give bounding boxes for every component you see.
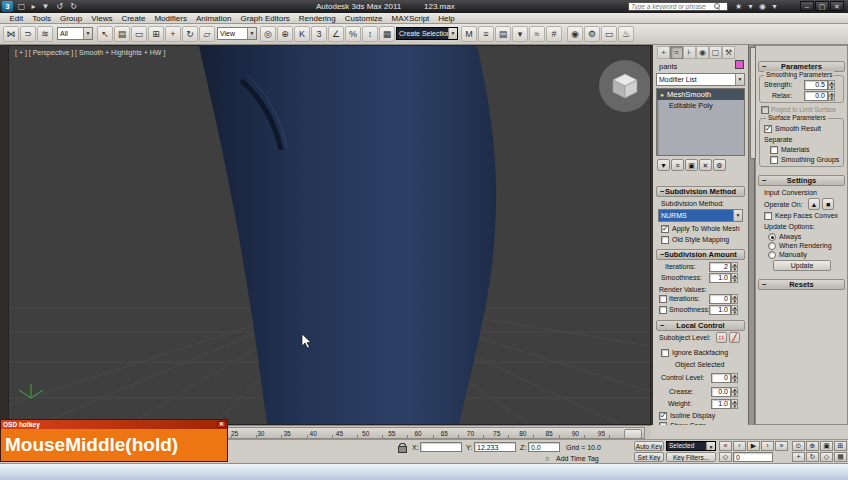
menu-create[interactable]: Create — [117, 14, 150, 23]
strength-spinner[interactable]: 0.5 — [804, 80, 835, 90]
ignore-backfacing-checkbox[interactable] — [661, 349, 669, 357]
spin-down-icon[interactable] — [828, 85, 835, 90]
viewport-label[interactable]: [ + ] [ Perspective ] [ Smooth + Highlig… — [15, 49, 165, 56]
undo-icon[interactable]: ↺ — [54, 1, 65, 12]
operate-on-triangles-icon[interactable]: ▲ — [808, 198, 820, 210]
collapse-icon[interactable] — [762, 62, 766, 71]
modifier-list-dropdown[interactable]: Modifier List — [656, 73, 745, 86]
select-and-rotate-icon[interactable]: ↻ — [182, 26, 198, 42]
help-menu-icon[interactable]: ▾ — [769, 1, 780, 12]
update-manually-radio[interactable] — [768, 251, 776, 259]
previous-frame-icon[interactable]: ‹ — [733, 441, 746, 451]
percent-snap-icon[interactable]: % — [345, 26, 361, 42]
pants-model[interactable] — [199, 46, 496, 424]
spin-down-icon[interactable] — [731, 267, 738, 272]
snaps-toggle-icon[interactable]: 3 — [311, 26, 327, 42]
z-coord-field[interactable] — [528, 442, 560, 452]
menu-help[interactable]: Help — [434, 14, 459, 23]
menu-edit[interactable]: Edit — [5, 14, 28, 23]
collapse-icon[interactable] — [762, 280, 766, 289]
remove-modifier-icon[interactable]: ✕ — [699, 159, 712, 171]
bind-to-space-warp-icon[interactable]: ≋ — [37, 26, 53, 42]
menu-rendering[interactable]: Rendering — [294, 14, 340, 23]
spin-down-icon[interactable] — [731, 392, 738, 397]
rollout-resets[interactable]: Resets — [758, 279, 845, 290]
rendered-frame-window-icon[interactable]: ▭ — [601, 26, 617, 42]
zoom-extents-all-icon[interactable]: ⊞ — [834, 441, 847, 451]
subobject-vertex-icon[interactable]: ∷ — [716, 332, 727, 343]
keep-faces-convex-checkbox[interactable] — [764, 212, 772, 220]
weight-spinner[interactable]: 1.0 — [711, 399, 738, 409]
x-coord-field[interactable] — [420, 442, 462, 452]
communication-center-icon[interactable]: ◉ — [757, 1, 768, 12]
key-filters-button[interactable]: Key Filters... — [666, 452, 716, 462]
render-iterations-spinner[interactable]: 0 — [709, 294, 738, 304]
tab-utilities-icon[interactable]: ⚒ — [722, 46, 735, 59]
reference-coordinate-dropdown[interactable]: View — [217, 27, 257, 40]
zoom-extents-icon[interactable]: ▣ — [820, 441, 833, 451]
graphite-ribbon-icon[interactable]: ▾ — [512, 26, 528, 42]
viewcube[interactable] — [599, 60, 650, 112]
dropdown-arrow-icon[interactable] — [247, 28, 256, 39]
new-file-icon[interactable]: ▢ — [16, 1, 27, 12]
spin-down-icon[interactable] — [731, 404, 738, 409]
command-panel-scrollbar[interactable] — [749, 45, 754, 425]
select-object-icon[interactable]: ↖ — [97, 26, 113, 42]
curve-editor-icon[interactable]: ≈ — [529, 26, 545, 42]
menu-customize[interactable]: Customize — [340, 14, 387, 23]
next-frame-icon[interactable]: › — [761, 441, 774, 451]
dropdown-arrow-icon[interactable] — [448, 28, 457, 39]
menu-modifiers[interactable]: Modifiers — [150, 14, 191, 23]
stack-item-editable-poly[interactable]: Editable Poly — [657, 100, 744, 111]
auto-key-button[interactable]: Auto Key — [634, 441, 664, 451]
schematic-view-icon[interactable]: # — [546, 26, 562, 42]
modifier-stack[interactable]: ● MeshSmooth Editable Poly — [656, 88, 745, 156]
infocenter-menu-icon[interactable]: ▾ — [745, 1, 756, 12]
project-limit-surface-checkbox[interactable] — [761, 106, 769, 114]
orbit-view-icon[interactable]: ↻ — [806, 452, 819, 462]
y-coord-field[interactable] — [474, 442, 516, 452]
show-cage-checkbox[interactable] — [659, 422, 667, 425]
rollout-subdivision-amount[interactable]: Subdivision Amount — [656, 249, 745, 260]
subobject-edge-icon[interactable]: ╱ — [729, 332, 740, 343]
tab-display-icon[interactable]: ▢ — [709, 46, 722, 59]
osd-close-icon[interactable]: ✕ — [217, 421, 226, 428]
tab-modify-icon[interactable]: ≈ — [670, 46, 683, 59]
menu-graph-editors[interactable]: Graph Editors — [236, 14, 294, 23]
named-selection-sets-icon[interactable]: ▦ — [379, 26, 395, 42]
spin-down-icon[interactable] — [731, 378, 738, 383]
dropdown-arrow-icon[interactable] — [735, 74, 744, 85]
rollout-local-control[interactable]: Local Control — [656, 320, 745, 331]
mirror-icon[interactable]: M — [461, 26, 477, 42]
menu-views[interactable]: Views — [87, 14, 117, 23]
render-setup-icon[interactable]: ⚙ — [584, 26, 600, 42]
operate-on-polygons-icon[interactable]: ■ — [822, 198, 834, 210]
menu-group[interactable]: Group — [55, 14, 86, 23]
render-iterations-checkbox[interactable] — [659, 295, 667, 303]
restore-button[interactable]: ▢ — [815, 1, 829, 11]
selection-lock-icon[interactable] — [396, 442, 407, 452]
render-smoothness-spinner[interactable]: 1.0 — [709, 305, 738, 315]
key-mode-toggle-icon[interactable]: ◇ — [719, 452, 732, 462]
dropdown-arrow-icon[interactable] — [83, 28, 92, 39]
selection-region-icon[interactable]: ▭ — [131, 26, 147, 42]
go-to-start-icon[interactable]: « — [719, 441, 732, 451]
maximize-viewport-icon[interactable]: ▦ — [834, 452, 847, 462]
close-button[interactable]: ✕ — [830, 1, 844, 11]
smoothing-groups-checkbox[interactable] — [770, 156, 778, 164]
smooth-result-checkbox[interactable] — [764, 125, 772, 133]
set-key-button[interactable]: Set Key — [634, 452, 664, 462]
configure-modifier-sets-icon[interactable]: ⚙ — [713, 159, 726, 171]
menu-tools[interactable]: Tools — [28, 14, 56, 23]
tab-motion-icon[interactable]: ◉ — [696, 46, 709, 59]
select-by-name-icon[interactable]: ▤ — [114, 26, 130, 42]
pan-view-icon[interactable]: + — [792, 452, 805, 462]
select-and-scale-icon[interactable]: ▱ — [199, 26, 215, 42]
select-and-link-icon[interactable]: ⋈ — [3, 26, 19, 42]
spin-down-icon[interactable] — [731, 278, 738, 283]
update-always-radio[interactable] — [768, 233, 776, 241]
spin-down-icon[interactable] — [731, 299, 738, 304]
old-style-mapping-checkbox[interactable] — [661, 236, 669, 244]
materials-checkbox[interactable] — [770, 146, 778, 154]
minimize-button[interactable]: – — [800, 1, 814, 11]
